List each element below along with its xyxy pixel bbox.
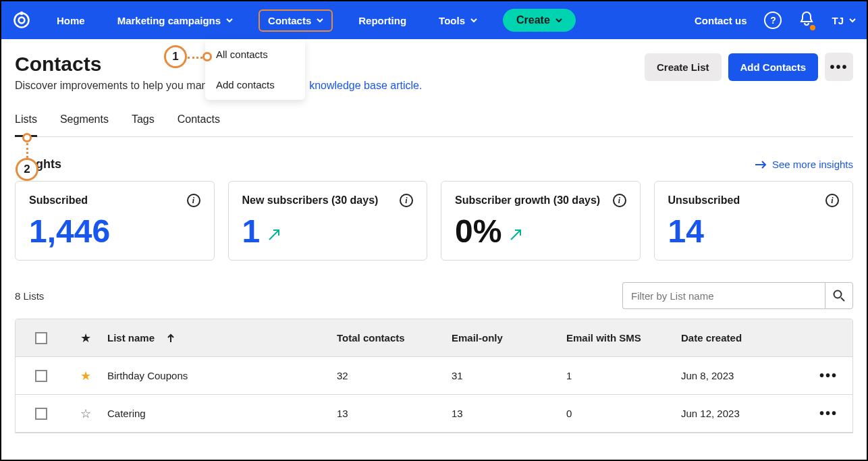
add-contacts-button[interactable]: Add Contacts <box>728 53 819 81</box>
row-total: 13 <box>337 408 452 419</box>
col-email[interactable]: Email-only <box>452 332 566 344</box>
lists-table: ★ List name Total contacts Email-only Em… <box>15 319 853 433</box>
row-actions-button[interactable]: ••• <box>819 368 838 383</box>
info-icon[interactable]: i <box>825 194 839 207</box>
row-date: Jun 8, 2023 <box>681 370 803 381</box>
chevron-down-icon <box>470 17 477 24</box>
create-button[interactable]: Create <box>503 9 576 32</box>
nav-tools[interactable]: Tools <box>432 9 484 32</box>
row-email: 13 <box>452 408 566 419</box>
content-tabs: Lists Segments Tags Contacts <box>15 107 853 137</box>
table-row: ★ Birthday Coupons 32 31 1 Jun 8, 2023 •… <box>16 357 852 395</box>
page-header: Contacts Discover improvements to help y… <box>15 53 853 92</box>
see-more-label: See more insights <box>772 159 853 170</box>
help-icon[interactable]: ? <box>764 11 782 29</box>
tab-contacts[interactable]: Contacts <box>178 107 220 136</box>
row-total: 32 <box>337 370 452 381</box>
nav-tools-label: Tools <box>439 15 465 26</box>
app-logo <box>12 11 31 30</box>
create-label: Create <box>516 14 550 26</box>
row-sms: 0 <box>566 408 681 419</box>
nav-contacts-label: Contacts <box>268 15 311 26</box>
subtitle-text: Discover improvements to help you manag <box>15 80 219 91</box>
nav-home[interactable]: Home <box>50 9 92 32</box>
tab-segments[interactable]: Segments <box>60 107 109 136</box>
svg-point-2 <box>20 11 23 15</box>
top-nav: Home Marketing campaigns Contacts Report… <box>1 1 867 39</box>
annotation-connector <box>188 57 202 59</box>
row-checkbox[interactable] <box>35 408 47 420</box>
nav-reporting[interactable]: Reporting <box>352 9 413 32</box>
star-icon[interactable]: ★ <box>80 369 91 383</box>
search-button[interactable] <box>825 282 853 309</box>
annotation-step-1: 1 <box>164 45 187 68</box>
card-unsubscribed: Unsubscribed i 14 <box>654 181 854 261</box>
card-label: Unsubscribed <box>668 194 740 207</box>
nav-contact-us[interactable]: Contact us <box>695 15 747 26</box>
user-initials: TJ <box>832 15 844 26</box>
annotation-step-2: 2 <box>16 158 38 181</box>
create-list-button[interactable]: Create List <box>645 53 722 81</box>
user-menu[interactable]: TJ <box>832 15 856 26</box>
col-sms[interactable]: Email with SMS <box>566 332 681 344</box>
col-date[interactable]: Date created <box>681 332 803 344</box>
nav-contacts[interactable]: Contacts <box>259 9 333 32</box>
row-name[interactable]: Birthday Coupons <box>105 370 337 381</box>
card-value: 1,446 <box>29 215 110 248</box>
card-new-subscribers: New subscribers (30 days) i 1 <box>228 181 428 261</box>
info-icon[interactable]: i <box>187 194 200 207</box>
dropdown-all-contacts[interactable]: All contacts <box>205 39 305 70</box>
annotation-connector <box>26 143 28 158</box>
nav-marketing[interactable]: Marketing campaigns <box>111 9 240 32</box>
notifications-icon[interactable] <box>799 11 814 30</box>
info-icon[interactable]: i <box>613 194 626 207</box>
nav-marketing-label: Marketing campaigns <box>117 15 221 26</box>
card-subscriber-growth: Subscriber growth (30 days) i 0% <box>441 181 641 261</box>
info-icon[interactable]: i <box>400 194 413 207</box>
card-subscribed: Subscribed i 1,446 <box>15 181 215 261</box>
row-checkbox[interactable] <box>35 370 47 382</box>
arrow-right-icon <box>755 161 767 169</box>
insights-heading-visible: ghts <box>36 157 61 171</box>
col-name-label: List name <box>107 332 155 344</box>
svg-point-0 <box>15 13 29 28</box>
chevron-down-icon <box>226 17 233 24</box>
card-value: 0% <box>455 215 501 248</box>
trend-up-icon <box>267 227 281 242</box>
tab-tags[interactable]: Tags <box>132 107 155 136</box>
annotation-pointer <box>22 133 32 142</box>
annotation-pointer <box>202 52 212 61</box>
row-name[interactable]: Catering <box>105 408 337 419</box>
dots-icon: ••• <box>830 59 848 75</box>
sort-asc-icon <box>167 333 175 343</box>
row-sms: 1 <box>566 370 681 381</box>
card-value: 14 <box>668 215 704 248</box>
lists-count: 8 Lists <box>15 290 44 302</box>
col-list-name[interactable]: List name <box>105 332 337 344</box>
see-more-insights-link[interactable]: See more insights <box>755 159 853 170</box>
row-email: 31 <box>452 370 566 381</box>
dropdown-add-contacts[interactable]: Add contacts <box>205 70 305 100</box>
card-value: 1 <box>242 215 261 248</box>
chevron-down-icon <box>849 17 856 24</box>
svg-point-3 <box>834 291 842 298</box>
star-icon: ★ <box>80 331 91 346</box>
header-actions: Create List Add Contacts ••• <box>645 53 853 81</box>
chevron-down-icon <box>317 17 323 24</box>
insight-cards: Subscribed i 1,446 New subscribers (30 d… <box>15 181 853 261</box>
select-all-checkbox[interactable] <box>35 332 47 344</box>
row-actions-button[interactable]: ••• <box>819 406 838 421</box>
row-date: Jun 12, 2023 <box>681 408 803 419</box>
filter-wrap <box>622 282 853 309</box>
trend-up-icon <box>508 227 523 242</box>
table-header: ★ List name Total contacts Email-only Em… <box>16 319 852 357</box>
star-icon[interactable]: ☆ <box>80 406 91 421</box>
more-actions-button[interactable]: ••• <box>825 53 853 81</box>
search-icon <box>833 290 845 302</box>
col-total[interactable]: Total contacts <box>337 332 452 344</box>
nav-items: Home Marketing campaigns Contacts Report… <box>50 9 576 32</box>
filter-input[interactable] <box>622 282 825 309</box>
knowledge-base-link[interactable]: knowledge base article. <box>309 80 422 91</box>
table-row: ☆ Catering 13 13 0 Jun 12, 2023 ••• <box>16 395 852 433</box>
contacts-dropdown: All contacts Add contacts <box>205 39 305 100</box>
